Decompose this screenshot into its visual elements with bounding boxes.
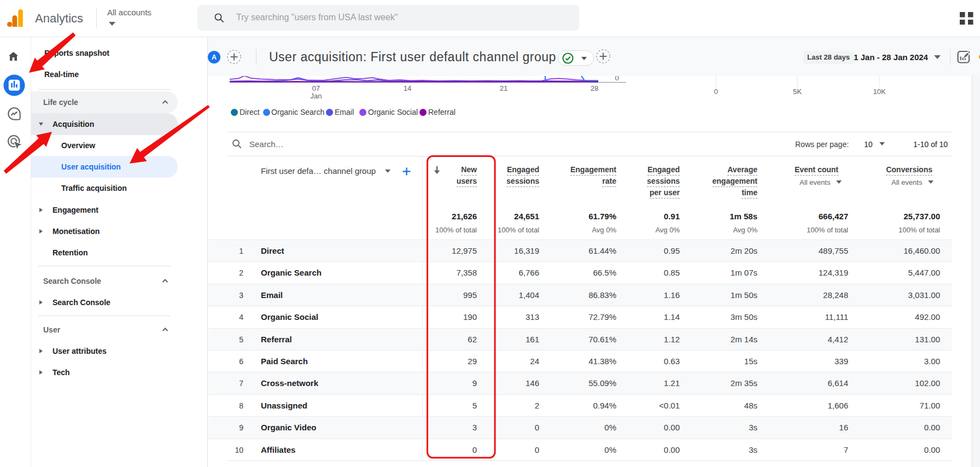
svg-text:07: 07 [312,84,320,92]
svg-text:0: 0 [714,87,718,96]
svg-text:5K: 5K [793,87,802,96]
svg-text:14: 14 [404,84,411,92]
svg-text:Jan: Jan [311,92,322,100]
svg-text:28: 28 [591,84,598,92]
svg-text:21: 21 [500,84,508,92]
svg-text:10K: 10K [873,87,885,96]
